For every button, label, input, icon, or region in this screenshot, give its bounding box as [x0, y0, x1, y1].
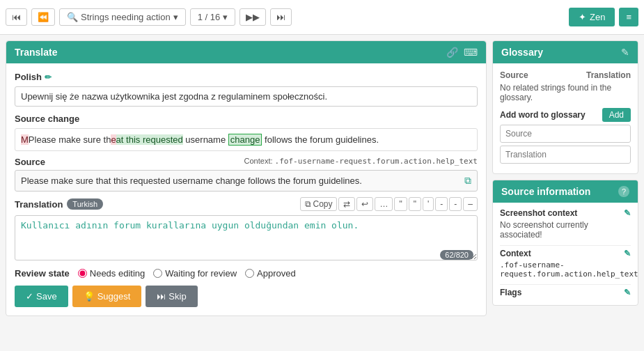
- zen-star-icon: ✦: [579, 12, 586, 22]
- source-text-box: Please make sure that this requested use…: [15, 170, 478, 192]
- flags-label-row: Flags ✎: [500, 288, 631, 297]
- tb-quote1[interactable]: ": [394, 197, 407, 211]
- needs-editing-option[interactable]: Needs editing: [78, 268, 146, 279]
- left-panel: Translate 🔗 ⌨ Polish ✏ Source change: [6, 40, 487, 345]
- source-info-card: Source information ? Screenshot context …: [492, 180, 638, 306]
- polish-label: Polish ✏: [15, 72, 478, 82]
- source-info-title: Source information: [501, 186, 590, 197]
- glossary-translation-col: Translation: [586, 70, 631, 80]
- translation-toolbar: ⧉ Copy ⇄ ↩ … " " ' - - –: [300, 197, 478, 211]
- language-badge: Turkish: [67, 198, 103, 210]
- screenshot-edit-icon[interactable]: ✎: [624, 208, 631, 218]
- translate-title: Translate: [15, 47, 57, 58]
- review-section: Review state Needs editing Waiting for r…: [15, 268, 478, 279]
- sc-normal4: follows the forum guidelines.: [262, 134, 379, 145]
- screenshot-label: Screenshot context: [500, 208, 577, 218]
- chevron-down-icon: ▾: [223, 12, 228, 22]
- help-icon[interactable]: ?: [618, 186, 629, 197]
- waiting-review-option[interactable]: Waiting for review: [153, 268, 237, 279]
- copy-icon: ⧉: [305, 199, 311, 209]
- context-section-value: .fof-username-request.forum.action.help_…: [500, 260, 631, 279]
- glossary-source-col: Source: [500, 70, 528, 80]
- translate-card: Translate 🔗 ⌨ Polish ✏ Source change: [6, 40, 487, 316]
- top-bar: ⏮ ⏪ 🔍 Strings needing action ▾ 1 / 16 ▾ …: [0, 0, 644, 35]
- first-page-button[interactable]: ⏮: [6, 8, 27, 26]
- tb-apos1[interactable]: ': [423, 197, 434, 211]
- source-change-del: M: [21, 134, 29, 145]
- suggest-icon: 💡: [84, 291, 95, 302]
- context-section-label: Context: [500, 249, 531, 258]
- source-text: Please make sure that this requested use…: [21, 176, 362, 186]
- review-state-row: Review state Needs editing Waiting for r…: [15, 268, 478, 279]
- context-key: .fof-username-request.forum.action.help_…: [275, 157, 478, 166]
- filter-button[interactable]: 🔍 Strings needing action ▾: [59, 8, 186, 26]
- glossary-header: Glossary ✎: [493, 41, 638, 63]
- zen-button[interactable]: ✦ Zen: [569, 8, 615, 26]
- glossary-title: Glossary: [501, 47, 543, 58]
- add-word-row: Add word to glossary Add: [500, 108, 631, 122]
- sc-del2: e: [111, 134, 116, 145]
- skip-button[interactable]: ⏭ Skip: [146, 286, 197, 307]
- glossary-edit-icon[interactable]: ✎: [621, 47, 629, 58]
- chevron-down-icon: ▾: [173, 12, 178, 22]
- approved-option[interactable]: Approved: [245, 268, 296, 279]
- translate-body: Polish ✏ Source change MPlease make sure…: [6, 63, 486, 315]
- glossary-source-input[interactable]: [500, 125, 631, 143]
- screenshot-text: No screenshot currently associated!: [500, 220, 631, 240]
- polish-input[interactable]: [15, 86, 478, 107]
- flags-label: Flags: [500, 288, 521, 297]
- translation-input[interactable]: Kullanıcı adının forum kurallarına uygun…: [15, 215, 478, 260]
- last-page-button[interactable]: ⏭: [270, 8, 292, 26]
- char-count: 62/820: [440, 250, 473, 260]
- sc-normal2: ake sure th: [66, 134, 111, 145]
- save-button[interactable]: ✓ Save: [15, 286, 68, 307]
- translation-row: Translation Turkish ⧉ Copy ⇄ ↩ … " " ' -: [15, 197, 478, 211]
- copy-source-icon[interactable]: ⧉: [464, 175, 471, 187]
- tb-more[interactable]: –: [463, 197, 478, 211]
- flags-edit-icon[interactable]: ✎: [624, 288, 631, 297]
- glossary-body: Source Translation No related strings fo…: [493, 63, 638, 173]
- divider2: [500, 284, 631, 285]
- tb-icon1[interactable]: ⇄: [338, 197, 355, 211]
- filter-label: Strings needing action: [81, 12, 171, 22]
- action-buttons: ✓ Save 💡 Suggest ⏭ Skip: [15, 286, 478, 307]
- review-state-label: Review state: [15, 268, 70, 279]
- sc-normal1: Please m: [29, 134, 66, 145]
- polish-edit-icon[interactable]: ✏: [45, 72, 52, 82]
- prev-skip-button[interactable]: ⏪: [31, 8, 55, 26]
- glossary-empty-text: No related strings found in the glossary…: [500, 83, 631, 102]
- page-indicator[interactable]: 1 / 16 ▾: [190, 8, 235, 26]
- glossary-card: Glossary ✎ Source Translation No related…: [492, 40, 638, 174]
- source-info-body: Screenshot context ✎ No screenshot curre…: [493, 203, 638, 305]
- tb-dots[interactable]: …: [375, 197, 393, 211]
- tb-icon2[interactable]: ↩: [356, 197, 373, 211]
- header-icons: 🔗 ⌨: [446, 47, 478, 58]
- translate-header: Translate 🔗 ⌨: [6, 41, 486, 63]
- tb-quote2[interactable]: ": [409, 197, 421, 211]
- add-glossary-button[interactable]: Add: [602, 108, 631, 122]
- source-change-label: Source change: [15, 114, 478, 124]
- source-info-header: Source information ?: [493, 180, 638, 203]
- context-row: Context: .fof-username-request.forum.act…: [244, 157, 478, 166]
- translation-label: Translation: [15, 199, 63, 210]
- save-icon: ✓: [26, 291, 33, 302]
- context-edit-icon[interactable]: ✎: [624, 249, 631, 258]
- screenshot-label-row: Screenshot context ✎: [500, 208, 631, 218]
- next-button[interactable]: ▶▶: [239, 8, 266, 26]
- sc-add2: change: [228, 134, 262, 146]
- glossary-columns: Source Translation: [500, 70, 631, 80]
- glossary-translation-input[interactable]: [500, 146, 631, 164]
- suggest-button[interactable]: 💡 Suggest: [72, 286, 142, 307]
- keyboard-icon[interactable]: ⌨: [464, 47, 478, 58]
- settings-button[interactable]: ≡: [619, 8, 638, 26]
- source-row: Source Context: .fof-username-request.fo…: [15, 157, 478, 167]
- copy-button[interactable]: ⧉ Copy: [300, 197, 337, 211]
- divider1: [500, 245, 631, 246]
- right-panel: Glossary ✎ Source Translation No related…: [492, 40, 638, 345]
- tb-dash1[interactable]: -: [435, 197, 448, 211]
- source-label: Source: [15, 157, 45, 167]
- context-label-row: Context ✎: [500, 249, 631, 258]
- tb-dash2[interactable]: -: [449, 197, 462, 211]
- link-icon[interactable]: 🔗: [446, 47, 458, 58]
- settings-icon: ≡: [626, 12, 631, 22]
